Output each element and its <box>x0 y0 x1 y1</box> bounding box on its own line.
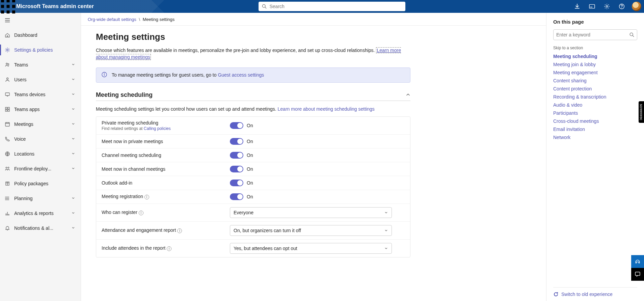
svg-rect-8 <box>12 10 15 13</box>
sidebar-item-teams-devices[interactable]: Teams devices <box>0 87 81 102</box>
select-dropdown[interactable]: Everyone <box>230 207 392 218</box>
feedback-button[interactable] <box>631 268 644 281</box>
section-link-meeting-engagement[interactable]: Meeting engagement <box>553 69 637 77</box>
phone-icon <box>4 136 11 142</box>
select-dropdown[interactable]: On, but organizers can turn it off <box>230 225 392 236</box>
sidebar-item-notifications-al[interactable]: Notifications & al... <box>0 221 81 236</box>
app-launcher-button[interactable] <box>0 0 16 15</box>
setting-row: Include attendees in the reportiYes, but… <box>96 240 410 257</box>
section-links: Meeting schedulingMeeting join & lobbyMe… <box>553 52 637 141</box>
toggle-switch[interactable] <box>230 166 243 172</box>
toggle-state-label: On <box>247 153 253 158</box>
toggle-state-label: On <box>247 123 253 128</box>
section-link-meeting-join-lobby[interactable]: Meeting join & lobby <box>553 60 637 69</box>
svg-point-32 <box>5 199 6 200</box>
setting-label: Meeting registrationi <box>102 194 230 199</box>
svg-point-15 <box>621 7 622 8</box>
switch-old-experience-button[interactable]: Switch to old experience <box>553 287 637 301</box>
setting-label: Meet now in private meetings <box>102 139 230 144</box>
sidebar-collapse-button[interactable] <box>0 13 81 28</box>
setting-row: Channel meeting schedulingOn <box>96 148 410 162</box>
select-value: Yes, but attendees can opt out <box>234 246 297 251</box>
headset-icon <box>635 258 641 265</box>
settings-button[interactable] <box>600 0 614 13</box>
chevron-down-icon <box>384 246 388 250</box>
info-icon[interactable]: i <box>139 211 143 215</box>
section-link-meeting-scheduling[interactable]: Meeting scheduling <box>553 52 637 60</box>
apps-icon <box>4 107 11 112</box>
sidebar-item-voice[interactable]: Voice <box>0 132 81 146</box>
chevron-down-icon <box>71 92 77 97</box>
sidebar-item-label: Users <box>14 77 71 82</box>
svg-rect-25 <box>5 122 9 126</box>
svg-rect-6 <box>1 10 4 13</box>
sidebar-item-policy-packages[interactable]: Policy packages <box>0 176 81 191</box>
section-link-participants[interactable]: Participants <box>553 109 637 117</box>
svg-line-37 <box>633 35 634 37</box>
toggle-switch[interactable] <box>230 180 243 186</box>
section-link-audio-video[interactable]: Audio & video <box>553 101 637 109</box>
setting-label-text: Private meeting scheduling <box>102 120 158 126</box>
setting-label-text: Meeting registration <box>102 194 143 199</box>
svg-point-28 <box>8 167 9 168</box>
sidebar-item-frontline-deploy[interactable]: Frontline deploy... <box>0 161 81 176</box>
setting-row: Who can registeriEveryone <box>96 204 410 222</box>
sidebar-item-analytics-reports[interactable]: Analytics & reports <box>0 206 81 221</box>
keyword-search[interactable] <box>553 29 637 40</box>
info-icon[interactable]: i <box>144 195 149 199</box>
section-link-recording-transcription[interactable]: Recording & transcription <box>553 93 637 101</box>
chat-icon <box>635 271 641 277</box>
toggle-switch[interactable] <box>230 138 243 145</box>
setting-label-text: Include attendees in the report <box>102 245 165 251</box>
search-input[interactable] <box>269 4 402 9</box>
info-icon[interactable]: i <box>177 228 182 233</box>
user-avatar[interactable] <box>632 2 641 11</box>
help-headset-button[interactable] <box>631 255 644 268</box>
sidebar-item-settings-policies[interactable]: Settings & policies <box>0 43 81 57</box>
select-value: Everyone <box>234 210 253 215</box>
sidebar-item-locations[interactable]: Locations <box>0 146 81 161</box>
sidebar-item-label: Frontline deploy... <box>14 166 71 171</box>
section-link-cross-cloud-meetings[interactable]: Cross-cloud meetings <box>553 117 637 125</box>
svg-rect-11 <box>589 4 595 8</box>
header-search[interactable] <box>259 2 405 11</box>
setting-row: Private meeting schedulingFind related s… <box>96 117 410 135</box>
download-button[interactable] <box>570 0 584 13</box>
setting-control: On <box>230 166 253 172</box>
sidebar-item-dashboard[interactable]: Dashboard <box>0 28 81 43</box>
section-learn-more-link[interactable]: Learn more about meeting scheduling sett… <box>278 106 375 112</box>
switch-label: Switch to old experience <box>561 292 613 297</box>
section-link-email-invitation[interactable]: Email invitation <box>553 125 637 133</box>
section-link-network[interactable]: Network <box>553 133 637 141</box>
setting-row: Attendance and engagement reportiOn, but… <box>96 222 410 240</box>
toggle-switch[interactable] <box>230 152 243 159</box>
toggle-switch[interactable] <box>230 193 243 200</box>
settings-card: Private meeting schedulingFind related s… <box>96 116 410 257</box>
info-icon[interactable]: i <box>167 246 171 251</box>
calling-policies-link[interactable]: Calling policies <box>144 126 171 131</box>
svg-point-19 <box>7 78 8 80</box>
refresh-icon <box>553 292 559 297</box>
sidebar-item-teams-apps[interactable]: Teams apps <box>0 102 81 117</box>
guest-access-link[interactable]: Guest access settings <box>218 72 264 78</box>
keyword-input[interactable] <box>556 32 629 37</box>
sidebar-item-meetings[interactable]: Meetings <box>0 117 81 132</box>
section-header-meeting-scheduling[interactable]: Meeting scheduling <box>96 91 410 101</box>
chevron-down-icon <box>71 211 77 216</box>
breadcrumb-parent-link[interactable]: Org-wide default settings <box>88 17 136 22</box>
sidebar-item-label: Locations <box>14 151 71 157</box>
setting-row: Meet now in private meetingsOn <box>96 135 410 148</box>
svg-line-10 <box>265 7 267 8</box>
section-link-content-protection[interactable]: Content protection <box>553 85 637 93</box>
sidebar-item-planning[interactable]: Planning <box>0 191 81 206</box>
select-dropdown[interactable]: Yes, but attendees can opt out <box>230 243 392 254</box>
section-link-content-sharing[interactable]: Content sharing <box>553 77 637 85</box>
chevron-down-icon <box>384 228 388 232</box>
sidebar-item-label: Notifications & al... <box>14 225 71 231</box>
card-button[interactable] <box>585 0 599 13</box>
help-button[interactable] <box>615 0 628 13</box>
sidebar-item-users[interactable]: Users <box>0 72 81 87</box>
sidebar-item-teams[interactable]: Teams <box>0 57 81 72</box>
setting-label: Include attendees in the reporti <box>102 245 230 251</box>
toggle-switch[interactable] <box>230 122 243 129</box>
